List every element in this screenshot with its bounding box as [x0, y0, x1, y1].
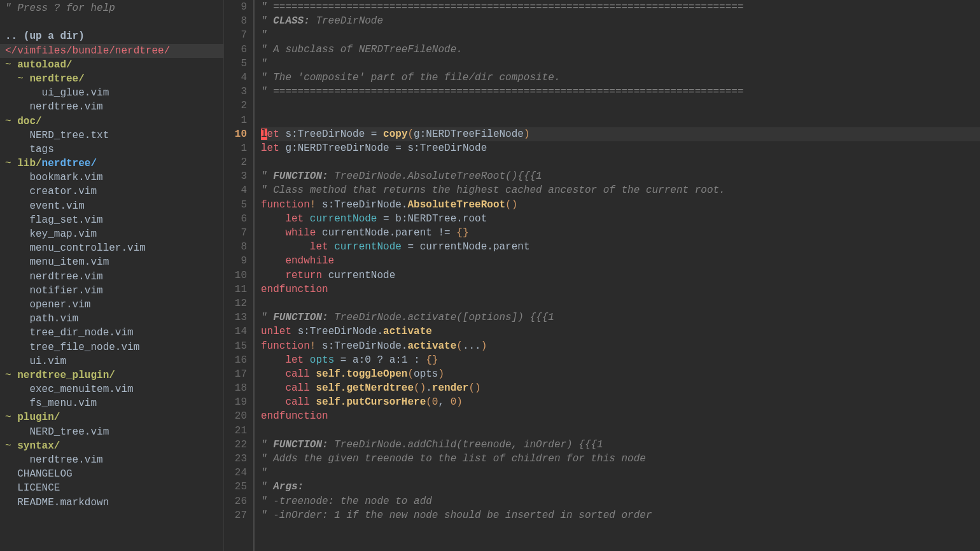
tree-file[interactable]: opener.vim	[0, 298, 223, 312]
tree-dir[interactable]: ~ nerdtree/	[0, 72, 223, 86]
line-number: 26	[224, 494, 247, 508]
line-number: 9	[224, 254, 247, 268]
code-area[interactable]: " ======================================…	[255, 0, 980, 551]
tree-file[interactable]: CHANGELOG	[0, 467, 223, 481]
code-line[interactable]: endwhile	[261, 254, 980, 268]
tree-file[interactable]: ui_glue.vim	[0, 86, 223, 100]
code-line[interactable]: function! s:TreeDirNode.AbsoluteTreeRoot…	[261, 198, 980, 212]
code-line[interactable]: " Class method that returns the highest …	[261, 183, 980, 197]
tree-file[interactable]: exec_menuitem.vim	[0, 382, 223, 396]
line-number: 7	[224, 28, 247, 42]
code-line[interactable]: " The 'composite' part of the file/dir c…	[261, 71, 980, 85]
code-line[interactable]	[261, 296, 980, 310]
tree-dir[interactable]: ~ plugin/	[0, 410, 223, 424]
line-number: 5	[224, 57, 247, 71]
line-number: 14	[224, 324, 247, 338]
code-line[interactable]: " FUNCTION: TreeDirNode.activate([option…	[261, 310, 980, 324]
code-line[interactable]: "	[261, 466, 980, 480]
code-line[interactable]: let s:TreeDirNode = copy(g:NERDTreeFileN…	[261, 127, 980, 141]
code-line[interactable]: " -treenode: the node to add	[261, 494, 980, 508]
root-path[interactable]: </vimfiles/bundle/nerdtree/	[0, 44, 223, 58]
code-line[interactable]: call self.putCursorHere(0, 0)	[261, 395, 980, 409]
tree-file[interactable]: fs_menu.vim	[0, 396, 223, 410]
code-line[interactable]: "	[261, 57, 980, 71]
tree-file[interactable]: NERD_tree.vim	[0, 425, 223, 439]
code-line[interactable]: function! s:TreeDirNode.activate(...)	[261, 339, 980, 353]
code-line[interactable]: " Adds the given treenode to the list of…	[261, 452, 980, 466]
line-number: 19	[224, 395, 247, 409]
code-line[interactable]: " A subclass of NERDTreeFileNode.	[261, 43, 980, 57]
code-line[interactable]: return currentNode	[261, 269, 980, 282]
line-number: 12	[224, 296, 247, 310]
line-number: 18	[224, 381, 247, 395]
code-line[interactable]: endfunction	[261, 282, 980, 296]
code-line[interactable]: let opts = a:0 ? a:1 : {}	[261, 353, 980, 367]
tree-file[interactable]: menu_controller.vim	[0, 241, 223, 255]
tree-file[interactable]: creator.vim	[0, 185, 223, 199]
tree-dir[interactable]: ~ doc/	[0, 115, 223, 129]
tree-file[interactable]: tree_dir_node.vim	[0, 326, 223, 340]
tree-dir[interactable]: ~ nerdtree_plugin/	[0, 368, 223, 382]
code-line[interactable]: " ======================================…	[261, 85, 980, 99]
line-number: 11	[224, 282, 247, 296]
line-number: 17	[224, 367, 247, 381]
tree-dir[interactable]: ~ lib/nerdtree/	[0, 157, 223, 171]
tree-file[interactable]: event.vim	[0, 199, 223, 213]
line-number: 4	[224, 183, 247, 197]
tree-file[interactable]: flag_set.vim	[0, 213, 223, 227]
tree-file[interactable]: notifier.vim	[0, 284, 223, 298]
tree-file[interactable]: path.vim	[0, 312, 223, 326]
tree-file[interactable]: README.markdown	[0, 496, 223, 510]
tree-file[interactable]: NERD_tree.txt	[0, 129, 223, 143]
tree-file[interactable]: bookmark.vim	[0, 171, 223, 185]
line-number: 4	[224, 71, 247, 85]
help-hint: " Press ? for help	[0, 1, 223, 15]
code-line[interactable]: let g:NERDTreeDirNode = s:TreeDirNode	[261, 141, 980, 155]
nerdtree-sidebar[interactable]: " Press ? for help .. (up a dir) </vimfi…	[0, 0, 224, 551]
code-line[interactable]: while currentNode.parent != {}	[261, 226, 980, 240]
code-line[interactable]	[261, 99, 980, 113]
tree-file[interactable]: tags	[0, 143, 223, 157]
code-line[interactable]: call self.getNerdtree().render()	[261, 381, 980, 395]
line-number-gutter: 9876543211012345678910111213141516171819…	[224, 0, 255, 551]
line-number: 24	[224, 466, 247, 480]
code-line[interactable]: endfunction	[261, 409, 980, 423]
line-number: 6	[224, 43, 247, 57]
line-number: 22	[224, 438, 247, 452]
line-number: 16	[224, 353, 247, 367]
code-line[interactable]: "	[261, 28, 980, 42]
tree-file[interactable]: key_map.vim	[0, 227, 223, 241]
code-line[interactable]: " FUNCTION: TreeDirNode.addChild(treenod…	[261, 438, 980, 452]
code-line[interactable]	[261, 155, 980, 169]
tree-file[interactable]: nerdtree.vim	[0, 453, 223, 467]
line-number: 20	[224, 409, 247, 423]
code-line[interactable]: " ======================================…	[261, 0, 980, 14]
code-line[interactable]	[261, 113, 980, 127]
code-line[interactable]: call self.toggleOpen(opts)	[261, 367, 980, 381]
line-number: 13	[224, 310, 247, 324]
code-line[interactable]: let currentNode = currentNode.parent	[261, 240, 980, 254]
tree-dir[interactable]: ~ autoload/	[0, 58, 223, 72]
line-number: 15	[224, 339, 247, 353]
code-line[interactable]: " -inOrder: 1 if the new node should be …	[261, 508, 980, 522]
code-line[interactable]: " CLASS: TreeDirNode	[261, 14, 980, 28]
code-editor[interactable]: 9876543211012345678910111213141516171819…	[224, 0, 980, 551]
tree-file[interactable]: LICENCE	[0, 481, 223, 495]
code-line[interactable]	[261, 424, 980, 438]
code-line[interactable]: " FUNCTION: TreeDirNode.AbsoluteTreeRoot…	[261, 169, 980, 183]
code-line[interactable]: unlet s:TreeDirNode.activate	[261, 324, 980, 338]
line-number: 2	[224, 155, 247, 169]
tree-dir[interactable]: ~ syntax/	[0, 439, 223, 453]
line-number: 3	[224, 85, 247, 99]
tree-file[interactable]: nerdtree.vim	[0, 100, 223, 114]
line-number: 6	[224, 212, 247, 226]
tree-file[interactable]: ui.vim	[0, 354, 223, 368]
up-dir[interactable]: .. (up a dir)	[0, 29, 223, 43]
line-number: 7	[224, 226, 247, 240]
code-line[interactable]: " Args:	[261, 480, 980, 494]
tree-file[interactable]: menu_item.vim	[0, 255, 223, 269]
code-line[interactable]: let currentNode = b:NERDTree.root	[261, 212, 980, 226]
tree-file[interactable]: nerdtree.vim	[0, 270, 223, 284]
line-number: 1	[224, 113, 247, 127]
tree-file[interactable]: tree_file_node.vim	[0, 340, 223, 354]
